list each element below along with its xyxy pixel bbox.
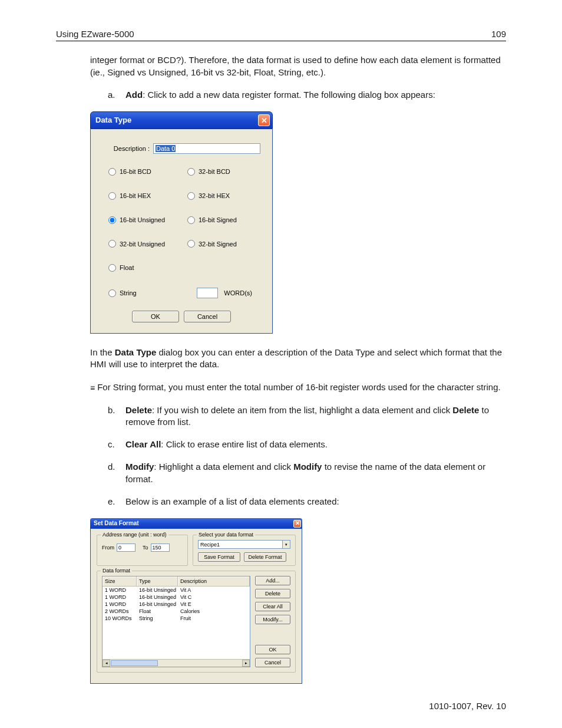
col-size[interactable]: Size: [103, 577, 137, 586]
words-input[interactable]: [197, 288, 218, 298]
bold-data-type: Data Type: [115, 347, 157, 357]
radio-32bit-signed[interactable]: 32-bit Signed: [181, 240, 260, 249]
dialog2-title: Set Data Format: [94, 519, 139, 528]
words-label: WORD(s): [224, 289, 252, 298]
data-format-list[interactable]: Size Type Description 1 WORD16-bit Unsin…: [102, 576, 250, 667]
radio-32bit-bcd[interactable]: 32-bit BCD: [181, 167, 260, 176]
select-format-legend: Select your data format: [197, 531, 255, 538]
list-body[interactable]: 1 WORD16-bit UnsingedVit A 1 WORD16-bit …: [103, 587, 250, 659]
delete-button[interactable]: Delete: [255, 589, 290, 598]
list-item-d: d. Modify: Highlight a data element and …: [108, 461, 506, 485]
bold-delete-2: Delete: [452, 405, 479, 415]
note-icon: ≡: [90, 383, 95, 394]
data-format-legend: Data format: [101, 567, 132, 574]
bold-add: Add: [125, 90, 143, 100]
table-row: 1 WORD16-bit UnsingedVit E: [103, 601, 250, 608]
set-data-format-dialog: Set Data Format ✕ Address range (unit : …: [90, 518, 302, 684]
col-type[interactable]: Type: [137, 577, 178, 586]
cancel-button[interactable]: Cancel: [255, 658, 290, 667]
list-letter: a.: [108, 89, 125, 101]
dialog-titlebar[interactable]: Data Type ✕: [90, 111, 273, 129]
add-button[interactable]: Add...: [255, 576, 290, 585]
words-cell: WORD(s): [181, 288, 260, 298]
close-icon[interactable]: ✕: [293, 520, 301, 528]
col-description[interactable]: Description: [178, 577, 250, 586]
modify-button[interactable]: Modify...: [255, 615, 290, 624]
list-item-b: b. Delete: If you wish to delete an item…: [108, 404, 506, 429]
radio-32bit-hex[interactable]: 32-bit HEX: [181, 192, 260, 200]
dialog-title: Data Type: [95, 115, 131, 126]
radio-16bit-hex[interactable]: 16-bit HEX: [103, 192, 181, 200]
empty-cell: [181, 263, 260, 272]
radio-32bit-unsigned[interactable]: 32-bit Unsigned: [103, 240, 181, 249]
format-dropdown[interactable]: Recipe1 ▾: [198, 540, 290, 549]
scroll-right-icon[interactable]: ▸: [242, 660, 250, 667]
cancel-button[interactable]: Cancel: [184, 311, 231, 322]
mid-paragraph: In the Data Type dialog box you can ente…: [90, 347, 506, 371]
address-range-group: Address range (unit : word) From To: [97, 535, 188, 566]
bold-clear-all: Clear All: [125, 439, 161, 449]
description-label: Description :: [103, 144, 150, 153]
bold-delete-1: Delete: [125, 405, 152, 415]
list-header: Size Type Description: [103, 577, 250, 587]
ok-button[interactable]: OK: [255, 645, 290, 654]
table-row: 1 WORD16-bit UnsingedVit A: [103, 587, 250, 594]
page-header: Using EZware-5000 109: [56, 28, 506, 41]
header-title: Using EZware-5000: [56, 28, 134, 40]
clear-all-button[interactable]: Clear All: [255, 602, 290, 611]
footer-text: 1010-1007, Rev. 10: [56, 700, 506, 712]
table-row: 2 WORDsFloatCalories: [103, 608, 250, 615]
close-icon[interactable]: ✕: [258, 114, 270, 126]
ok-button[interactable]: OK: [132, 311, 179, 322]
delete-format-button[interactable]: Delete Format: [244, 552, 286, 562]
from-label: From: [102, 544, 114, 551]
description-row: Description : Data 0: [103, 143, 260, 154]
radio-string[interactable]: String: [103, 288, 181, 298]
list-item-a: a. Add: Click to add a new data register…: [108, 89, 506, 101]
chevron-down-icon: ▾: [282, 541, 290, 548]
to-input[interactable]: [151, 543, 170, 552]
list-body: Add: Click to add a new data register fo…: [125, 89, 506, 101]
table-row: 1 WORD16-bit UnsingedVit C: [103, 594, 250, 601]
data-format-group: Data format Size Type Description 1 WORD…: [97, 571, 296, 673]
scroll-thumb[interactable]: [111, 660, 158, 666]
description-input[interactable]: Data 0: [153, 143, 260, 154]
intro-paragraph: integer format or BCD?). Therefore, the …: [90, 54, 506, 78]
radio-16bit-bcd[interactable]: 16-bit BCD: [103, 167, 181, 176]
table-row: 10 WORDsStringFruit: [103, 615, 250, 622]
save-format-button[interactable]: Save Format: [198, 552, 240, 562]
horizontal-scrollbar[interactable]: ◂ ▸: [103, 659, 250, 667]
address-range-legend: Address range (unit : word): [101, 531, 168, 538]
bold-modify-1: Modify: [125, 462, 154, 472]
from-input[interactable]: [117, 543, 135, 552]
dialog2-body: Address range (unit : word) From To Sele…: [90, 529, 302, 684]
note-paragraph: ≡For String format, you must enter the t…: [90, 381, 506, 394]
radio-float[interactable]: Float: [103, 263, 181, 272]
data-type-dialog: Data Type ✕ Description : Data 0 16-bit …: [90, 111, 273, 334]
radio-grid: 16-bit BCD 32-bit BCD 16-bit HEX 32-bit …: [103, 160, 260, 306]
list-item-e: e. Below is an example of a list of data…: [108, 496, 506, 508]
description-value: Data 0: [156, 145, 176, 152]
dialog-body: Description : Data 0 16-bit BCD 32-bit B…: [90, 129, 273, 334]
select-format-group: Select your data format Recipe1 ▾ Save F…: [193, 535, 296, 566]
list-item-c: c. Clear All: Click to erase entire list…: [108, 439, 506, 450]
bold-modify-2: Modify: [293, 462, 322, 472]
dropdown-value: Recipe1: [200, 541, 220, 548]
scroll-left-icon[interactable]: ◂: [103, 660, 110, 667]
radio-16bit-unsigned[interactable]: 16-bit Unsigned: [103, 216, 181, 225]
page-number: 109: [491, 28, 506, 40]
dialog2-titlebar[interactable]: Set Data Format ✕: [90, 518, 302, 529]
list-a-rest: : Click to add a new data register forma…: [143, 90, 435, 100]
side-buttons: Add... Delete Clear All Modify... OK Can…: [255, 576, 290, 667]
radio-16bit-signed[interactable]: 16-bit Signed: [181, 216, 260, 225]
to-label: To: [143, 544, 148, 551]
